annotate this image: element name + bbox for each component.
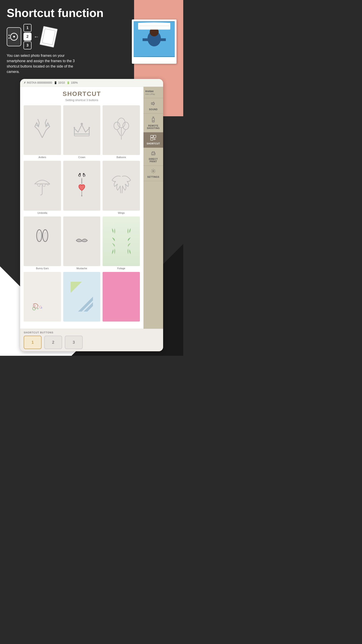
bluetooth-icon: ✗	[24, 81, 26, 84]
frame-label-umbrella: Umbrella	[37, 212, 47, 214]
frame-thumb-mustache[interactable]	[63, 216, 100, 266]
frame-thumb-foliage[interactable]	[103, 216, 140, 266]
sidebar-item-direct-print[interactable]: DIRECT PRINT	[143, 148, 163, 166]
frame-item-bunny[interactable]: Bunny Ears	[24, 216, 61, 270]
frame-item-wings[interactable]: Wings	[103, 161, 140, 214]
status-bar: ✗ INSTAX-0000000000 📱 10/10 🔋 100%	[20, 79, 163, 87]
frame-thumb-crown[interactable]	[63, 105, 100, 155]
camera-body-icon	[7, 27, 21, 46]
svg-point-33	[153, 120, 154, 121]
frame-item-antlers[interactable]: Antlers	[24, 105, 61, 158]
svg-point-13	[123, 122, 129, 130]
number-buttons: 1 2 3	[23, 24, 31, 50]
direct-print-icon	[151, 150, 156, 157]
frame-thumb-umbrella[interactable]	[24, 161, 61, 210]
frame-thumb-solid-pink[interactable]	[103, 272, 140, 322]
shortcut-subtitle: Setting shortcut 3 buttons	[24, 98, 140, 102]
photo-count: 📱 10/10	[54, 81, 65, 84]
frame-label-crown: Crown	[78, 156, 85, 158]
svg-point-12	[114, 122, 120, 130]
button-slots: 1 2 3	[24, 336, 160, 349]
svg-rect-36	[151, 138, 153, 140]
battery-icon: 🔋	[67, 81, 70, 84]
svg-rect-32	[152, 118, 154, 122]
shortcut-btn-3[interactable]: 3	[65, 336, 83, 349]
svg-line-16	[122, 130, 126, 136]
frame-item-diagonal[interactable]	[63, 272, 100, 322]
sidebar-item-shortcut[interactable]: SHORTCUT	[143, 132, 163, 148]
svg-point-8	[73, 127, 75, 128]
svg-point-29	[37, 308, 39, 310]
svg-rect-34	[151, 135, 153, 138]
svg-rect-10	[74, 134, 89, 136]
polaroid-preview	[132, 20, 177, 64]
svg-point-24	[44, 232, 46, 240]
frame-label-wings: Wings	[118, 212, 125, 214]
sidebar-label-direct-print: DIRECT PRINT	[145, 158, 161, 163]
bluetooth-status: ✗ INSTAX-0000000000	[24, 81, 52, 84]
instruction-text: You can select photo frames on your smar…	[7, 53, 78, 74]
svg-point-39	[153, 170, 154, 172]
battery-status: 🔋 100%	[67, 81, 78, 84]
logo-mini-liplay: mini LiPlay	[145, 93, 161, 95]
frame-item-crown[interactable]: Crown	[63, 105, 100, 158]
frame-thumb-bunny[interactable]	[24, 216, 61, 266]
svg-point-23	[38, 232, 40, 240]
svg-point-30	[41, 307, 42, 309]
sidebar-label-sound: SOUND	[149, 108, 158, 111]
camera-dot-top	[8, 35, 9, 36]
sidebar-item-sound[interactable]: SOUND	[143, 98, 163, 114]
sidebar-logo: instax mini LiPlay	[143, 87, 163, 98]
svg-point-38	[154, 153, 155, 154]
number-btn-1: 1	[23, 24, 31, 32]
remote-icon	[151, 116, 156, 124]
frame-item-mustache[interactable]: Mustache	[63, 216, 100, 270]
page-title: Shortcut function	[7, 7, 177, 20]
frame-item-solid-pink[interactable]	[103, 272, 140, 322]
logo-instax: instax	[145, 90, 161, 93]
sidebar-label-settings: SETTINGS	[147, 176, 159, 178]
svg-line-15	[117, 130, 121, 136]
frame-label-antlers: Antlers	[38, 156, 46, 158]
sidebar-item-settings[interactable]: SETTINGS	[143, 166, 163, 181]
frame-thumb-wings[interactable]	[103, 161, 140, 210]
arrow-icon: ←	[34, 34, 39, 40]
shortcut-btn-2[interactable]: 2	[44, 336, 62, 349]
app-body: SHORTCUT Setting shortcut 3 buttons Antl…	[20, 87, 163, 329]
svg-point-19	[83, 173, 84, 175]
phone-icon: 📱	[54, 81, 57, 84]
frame-thumb-antlers[interactable]	[24, 105, 61, 155]
svg-point-7	[81, 123, 83, 125]
camera-diagram: 1 2 3 ←	[7, 24, 127, 50]
frame-label-bunny: Bunny Ears	[36, 267, 49, 270]
sidebar-label-shortcut: SHORTCUT	[147, 142, 160, 145]
frame-label-foliage: Foliage	[117, 267, 125, 270]
camera-dot-bottom	[8, 38, 9, 39]
bottom-bar: SHORTCUT BUTTONS 1 2 3	[20, 329, 163, 351]
polaroid-image	[134, 21, 175, 57]
shortcut-buttons-label: SHORTCUT BUTTONS	[24, 331, 160, 334]
camera-lens-icon	[10, 33, 18, 41]
svg-point-9	[88, 127, 90, 128]
shortcut-title: SHORTCUT	[24, 90, 140, 98]
frame-thumb-floral[interactable]	[24, 272, 61, 322]
frame-thumb-balloons[interactable]	[103, 105, 140, 155]
frame-label-mustache: Mustache	[76, 267, 87, 270]
svg-point-28	[34, 305, 36, 307]
frame-item-floral[interactable]	[24, 272, 61, 322]
shortcut-btn-1[interactable]: 1	[24, 336, 41, 349]
frame-thumb-heart[interactable]	[63, 161, 100, 210]
svg-point-21	[37, 230, 42, 242]
frame-thumb-diagonal[interactable]	[63, 272, 100, 322]
frame-grid[interactable]: Antlers Crown	[24, 105, 140, 322]
sidebar-item-remote[interactable]: REMOTE SHOOTING	[143, 114, 163, 132]
frame-item-heart[interactable]	[63, 161, 100, 214]
svg-point-18	[79, 173, 81, 175]
sound-icon	[151, 101, 156, 107]
sidebar-label-remote: REMOTE SHOOTING	[147, 124, 160, 130]
frame-item-umbrella[interactable]: Umbrella	[24, 161, 61, 214]
frame-item-balloons[interactable]: Balloons	[103, 105, 140, 158]
frame-card-inner	[42, 28, 55, 45]
settings-icon	[151, 168, 156, 175]
frame-item-foliage[interactable]: Foliage	[103, 216, 140, 270]
